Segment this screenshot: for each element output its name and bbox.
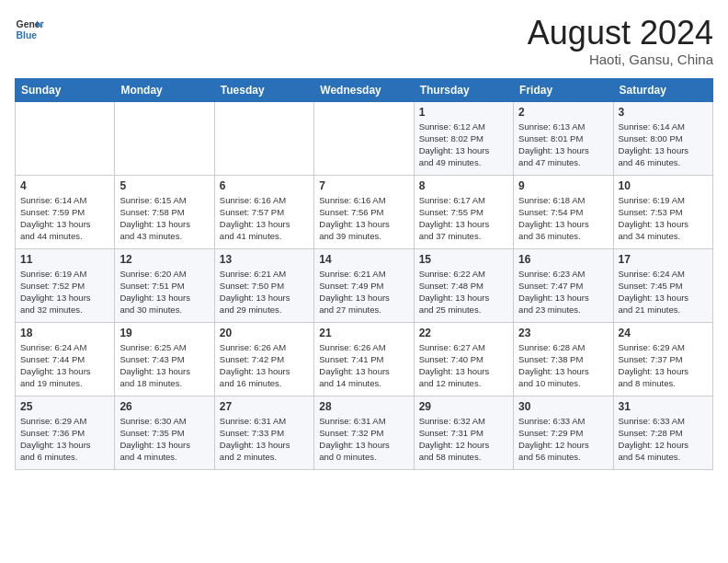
logo-icon: General Blue <box>15 15 44 44</box>
calendar-cell <box>214 101 313 175</box>
day-number: 13 <box>220 253 309 266</box>
calendar-cell: 14Sunrise: 6:21 AM Sunset: 7:49 PM Dayli… <box>314 248 414 322</box>
calendar-cell <box>314 101 414 175</box>
month-title: August 2024 <box>528 15 713 52</box>
day-number: 17 <box>619 253 708 266</box>
calendar-cell <box>115 101 214 175</box>
day-info: Sunrise: 6:28 AM Sunset: 7:38 PM Dayligh… <box>518 341 608 390</box>
calendar-cell: 6Sunrise: 6:16 AM Sunset: 7:57 PM Daylig… <box>214 175 313 248</box>
day-info: Sunrise: 6:33 AM Sunset: 7:28 PM Dayligh… <box>619 415 708 464</box>
day-info: Sunrise: 6:20 AM Sunset: 7:51 PM Dayligh… <box>119 268 209 316</box>
day-info: Sunrise: 6:12 AM Sunset: 8:02 PM Dayligh… <box>419 121 508 169</box>
calendar-cell: 1Sunrise: 6:12 AM Sunset: 8:02 PM Daylig… <box>414 101 513 175</box>
day-info: Sunrise: 6:23 AM Sunset: 7:47 PM Dayligh… <box>518 268 608 316</box>
day-number: 3 <box>619 106 708 119</box>
day-number: 20 <box>220 327 309 339</box>
day-number: 15 <box>419 253 508 266</box>
day-info: Sunrise: 6:32 AM Sunset: 7:31 PM Dayligh… <box>419 415 508 464</box>
day-info: Sunrise: 6:31 AM Sunset: 7:33 PM Dayligh… <box>220 415 309 464</box>
day-number: 19 <box>119 327 209 339</box>
calendar-cell: 28Sunrise: 6:31 AM Sunset: 7:32 PM Dayli… <box>314 396 414 469</box>
day-info: Sunrise: 6:17 AM Sunset: 7:55 PM Dayligh… <box>419 194 508 243</box>
calendar-cell: 8Sunrise: 6:17 AM Sunset: 7:55 PM Daylig… <box>414 175 513 248</box>
calendar-cell: 26Sunrise: 6:30 AM Sunset: 7:35 PM Dayli… <box>115 396 214 469</box>
svg-text:Blue: Blue <box>17 30 38 40</box>
weekday-header-tuesday: Tuesday <box>214 78 313 101</box>
day-number: 28 <box>319 400 408 413</box>
day-info: Sunrise: 6:29 AM Sunset: 7:36 PM Dayligh… <box>20 415 109 464</box>
day-number: 7 <box>319 179 408 192</box>
calendar-cell: 9Sunrise: 6:18 AM Sunset: 7:54 PM Daylig… <box>514 175 613 248</box>
day-info: Sunrise: 6:19 AM Sunset: 7:53 PM Dayligh… <box>619 194 708 243</box>
calendar-cell: 15Sunrise: 6:22 AM Sunset: 7:48 PM Dayli… <box>414 248 513 322</box>
calendar-cell: 2Sunrise: 6:13 AM Sunset: 8:01 PM Daylig… <box>514 101 613 175</box>
day-info: Sunrise: 6:21 AM Sunset: 7:50 PM Dayligh… <box>220 268 309 316</box>
weekday-header-thursday: Thursday <box>414 78 513 101</box>
day-info: Sunrise: 6:14 AM Sunset: 8:00 PM Dayligh… <box>619 121 708 169</box>
day-info: Sunrise: 6:29 AM Sunset: 7:37 PM Dayligh… <box>619 341 708 390</box>
calendar-cell <box>16 101 115 175</box>
calendar-cell: 20Sunrise: 6:26 AM Sunset: 7:42 PM Dayli… <box>214 322 313 396</box>
page-header: General Blue August 2024 Haoti, Gansu, C… <box>15 15 713 67</box>
day-info: Sunrise: 6:13 AM Sunset: 8:01 PM Dayligh… <box>518 121 608 169</box>
calendar-cell: 31Sunrise: 6:33 AM Sunset: 7:28 PM Dayli… <box>613 396 712 469</box>
day-number: 12 <box>119 253 209 266</box>
day-number: 9 <box>518 179 608 192</box>
day-info: Sunrise: 6:33 AM Sunset: 7:29 PM Dayligh… <box>518 415 608 464</box>
day-number: 31 <box>619 400 708 413</box>
day-number: 24 <box>619 327 708 339</box>
location: Haoti, Gansu, China <box>528 52 713 67</box>
day-info: Sunrise: 6:27 AM Sunset: 7:40 PM Dayligh… <box>419 341 508 390</box>
day-info: Sunrise: 6:14 AM Sunset: 7:59 PM Dayligh… <box>20 194 109 243</box>
calendar-cell: 17Sunrise: 6:24 AM Sunset: 7:45 PM Dayli… <box>613 248 712 322</box>
day-number: 21 <box>319 327 408 339</box>
calendar-cell: 25Sunrise: 6:29 AM Sunset: 7:36 PM Dayli… <box>16 396 115 469</box>
day-number: 26 <box>119 400 209 413</box>
calendar-cell: 12Sunrise: 6:20 AM Sunset: 7:51 PM Dayli… <box>115 248 214 322</box>
weekday-header-saturday: Saturday <box>613 78 712 101</box>
day-info: Sunrise: 6:25 AM Sunset: 7:43 PM Dayligh… <box>119 341 209 390</box>
weekday-header-sunday: Sunday <box>16 78 115 101</box>
day-number: 1 <box>419 106 508 119</box>
calendar-cell: 18Sunrise: 6:24 AM Sunset: 7:44 PM Dayli… <box>16 322 115 396</box>
calendar-cell: 29Sunrise: 6:32 AM Sunset: 7:31 PM Dayli… <box>414 396 513 469</box>
calendar-cell: 13Sunrise: 6:21 AM Sunset: 7:50 PM Dayli… <box>214 248 313 322</box>
day-info: Sunrise: 6:15 AM Sunset: 7:58 PM Dayligh… <box>119 194 209 243</box>
day-number: 18 <box>20 327 109 339</box>
day-number: 14 <box>319 253 408 266</box>
calendar-cell: 3Sunrise: 6:14 AM Sunset: 8:00 PM Daylig… <box>613 101 712 175</box>
day-info: Sunrise: 6:22 AM Sunset: 7:48 PM Dayligh… <box>419 268 508 316</box>
weekday-header-friday: Friday <box>514 78 613 101</box>
calendar-cell: 4Sunrise: 6:14 AM Sunset: 7:59 PM Daylig… <box>16 175 115 248</box>
day-info: Sunrise: 6:16 AM Sunset: 7:57 PM Dayligh… <box>220 194 309 243</box>
day-number: 29 <box>419 400 508 413</box>
weekday-header-wednesday: Wednesday <box>314 78 414 101</box>
title-block: August 2024 Haoti, Gansu, China <box>528 15 713 67</box>
day-number: 4 <box>20 179 109 192</box>
day-info: Sunrise: 6:21 AM Sunset: 7:49 PM Dayligh… <box>319 268 408 316</box>
calendar-cell: 27Sunrise: 6:31 AM Sunset: 7:33 PM Dayli… <box>214 396 313 469</box>
calendar-cell: 11Sunrise: 6:19 AM Sunset: 7:52 PM Dayli… <box>16 248 115 322</box>
day-info: Sunrise: 6:24 AM Sunset: 7:44 PM Dayligh… <box>20 341 109 390</box>
calendar-cell: 21Sunrise: 6:26 AM Sunset: 7:41 PM Dayli… <box>314 322 414 396</box>
day-info: Sunrise: 6:26 AM Sunset: 7:41 PM Dayligh… <box>319 341 408 390</box>
day-number: 27 <box>220 400 309 413</box>
logo: General Blue <box>15 15 44 44</box>
day-info: Sunrise: 6:31 AM Sunset: 7:32 PM Dayligh… <box>319 415 408 464</box>
calendar-table: SundayMondayTuesdayWednesdayThursdayFrid… <box>15 78 713 470</box>
day-number: 30 <box>518 400 608 413</box>
calendar-cell: 22Sunrise: 6:27 AM Sunset: 7:40 PM Dayli… <box>414 322 513 396</box>
day-number: 6 <box>220 179 309 192</box>
calendar-cell: 23Sunrise: 6:28 AM Sunset: 7:38 PM Dayli… <box>514 322 613 396</box>
day-info: Sunrise: 6:18 AM Sunset: 7:54 PM Dayligh… <box>518 194 608 243</box>
day-number: 22 <box>419 327 508 339</box>
day-number: 10 <box>619 179 708 192</box>
calendar-cell: 5Sunrise: 6:15 AM Sunset: 7:58 PM Daylig… <box>115 175 214 248</box>
day-number: 8 <box>419 179 508 192</box>
day-number: 5 <box>119 179 209 192</box>
day-info: Sunrise: 6:24 AM Sunset: 7:45 PM Dayligh… <box>619 268 708 316</box>
day-info: Sunrise: 6:19 AM Sunset: 7:52 PM Dayligh… <box>20 268 109 316</box>
day-info: Sunrise: 6:26 AM Sunset: 7:42 PM Dayligh… <box>220 341 309 390</box>
day-number: 16 <box>518 253 608 266</box>
calendar-cell: 16Sunrise: 6:23 AM Sunset: 7:47 PM Dayli… <box>514 248 613 322</box>
